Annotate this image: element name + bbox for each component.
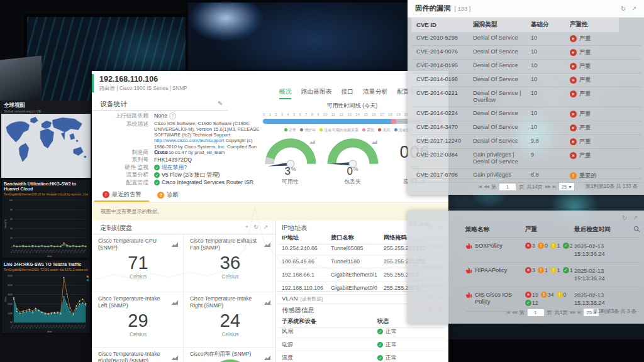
edit-icon[interactable] <box>218 100 223 107</box>
dial-card: Cisco Temperature-Intake Right (SNMP)24C… <box>184 292 275 348</box>
alert-tab-bar: 最近的告警 诊断 <box>92 188 448 202</box>
add-icon[interactable] <box>245 224 248 230</box>
ip-table-title: IP地址表 <box>282 224 308 233</box>
vulnerability-row[interactable]: CVE-2014-0195Denial Of Service10严重 <box>411 60 641 74</box>
critical-icon <box>570 77 577 84</box>
severity-count: 0 <box>557 292 567 298</box>
world-map-svg <box>1 114 91 175</box>
minor-icon <box>557 292 563 298</box>
popout-icon[interactable] <box>633 214 638 221</box>
sensor-row: 温度正常 <box>278 351 445 362</box>
tab-recent-alerts[interactable]: 最近的告警 <box>94 188 149 202</box>
page-size-select[interactable]: 25 <box>558 182 575 191</box>
device-tab[interactable]: 概况 <box>279 88 292 99</box>
popout-icon[interactable] <box>264 224 269 230</box>
device-tab[interactable]: 路由器图表 <box>301 88 331 99</box>
techsupport-link[interactable]: http://www.cisco.com/techsupport <box>154 138 224 143</box>
page-number-input[interactable]: 1 <box>499 183 516 191</box>
mini-chart-icon[interactable] <box>264 296 270 307</box>
previous-page-icon[interactable] <box>511 310 516 315</box>
last-page-icon[interactable] <box>578 310 581 315</box>
field-label: 上行链路依赖 <box>97 112 154 120</box>
refresh-icon[interactable] <box>621 5 626 12</box>
thumbs-down-icon <box>465 267 472 283</box>
device-tab[interactable]: 接口 <box>341 88 353 99</box>
dial-gauge-arc <box>190 359 270 362</box>
svg-text:Kbps: Kbps <box>4 297 7 302</box>
field-label: 硬件 监视 <box>97 164 154 172</box>
vulnerability-row[interactable]: CVE-2014-0198Denial Of Service10严重 <box>411 74 641 87</box>
packet-loss-gauge: 0% 包丢失 <box>321 134 384 189</box>
gauge-arc <box>264 138 317 169</box>
expand-icon[interactable] <box>372 135 377 146</box>
refresh-icon[interactable] <box>253 224 258 230</box>
svg-text:400K: 400K <box>8 284 13 287</box>
mini-chart-icon[interactable] <box>172 351 178 362</box>
ok-icon <box>563 267 569 273</box>
first-page-icon[interactable] <box>506 310 509 315</box>
critical-icon <box>570 152 577 159</box>
field-label: 系统描述 <box>97 121 154 128</box>
vulnerability-row[interactable]: CVE-2012-0384Gain privileges | Denial Of… <box>411 149 641 169</box>
custom-dials-grid: Cisco Temperature-CPU (SNMP)71CelsiusCis… <box>92 234 275 362</box>
field-uplink: 上行链路依赖 None <box>97 112 262 120</box>
sensors-rows: 风扇正常电源正常温度正常电压正常 <box>278 325 445 362</box>
field-value: Cisco <box>154 149 260 155</box>
svg-text:100: 100 <box>9 199 13 202</box>
live-traffic-chart: 0K100K200K300K400K500K00:0001:0002:0003:… <box>4 272 89 333</box>
device-title-box: 192.168.110.106 路由器 | Cisco 1900 IS Seri… <box>92 74 187 92</box>
timeline-tick: 13 <box>347 112 352 116</box>
timeline-tick: 5 <box>293 112 295 116</box>
first-page-icon[interactable] <box>478 184 481 189</box>
vulnerability-row[interactable]: CVE-2017-12240Denial Of Service9.8严重 <box>411 135 641 149</box>
next-page-icon[interactable] <box>545 184 550 189</box>
critical-icon <box>570 124 577 131</box>
mini-chart-icon[interactable] <box>172 296 178 307</box>
refresh-icon[interactable] <box>622 214 627 221</box>
svg-text:20: 20 <box>10 237 13 239</box>
severity-count: 1 <box>538 267 548 273</box>
page-number-input[interactable]: 1 <box>527 309 545 317</box>
svg-text:200K: 200K <box>8 303 13 305</box>
major-icon <box>538 243 544 249</box>
popout-icon[interactable] <box>631 5 636 12</box>
timeline-tick: 3 <box>281 112 283 116</box>
vulnerabilities-title: 固件的漏洞 <box>415 4 450 13</box>
legend-item: 没有可用的依赖关系 <box>319 128 358 133</box>
mini-chart-icon[interactable] <box>264 238 270 250</box>
tab-diagnostics[interactable]: 诊断 <box>149 188 187 202</box>
policy-row[interactable]: SOXPolicy30122025-02-1315:13:36.24 <box>465 238 640 263</box>
next-page-icon[interactable] <box>570 310 575 315</box>
mini-chart-icon[interactable] <box>264 351 270 362</box>
dial-card: Cisco内存利用率 (SNMP) <box>184 348 275 362</box>
vulnerability-row[interactable]: CVE-2014-0224Denial Of Service10严重 <box>411 107 641 121</box>
timeline-tick: 2 <box>275 112 277 116</box>
vulnerabilities-rows: CVE-2010-5298Denial Of Service10严重CVE-20… <box>411 32 641 183</box>
svg-text:0K: 0K <box>10 322 13 324</box>
expand-icon[interactable] <box>309 135 315 146</box>
vulnerability-row[interactable]: CVE-2010-5298Denial Of Service10严重 <box>411 32 641 46</box>
vulnerabilities-pagination: 第1页共14页25第1到第10条 共 133 条 <box>411 178 641 193</box>
vulnerability-row[interactable]: CVE-2014-3470Denial Of Service10严重 <box>411 121 641 135</box>
previous-page-icon[interactable] <box>484 184 489 189</box>
vulnerability-row[interactable]: CVE-2014-0221Denial Of Service | Overflo… <box>411 87 641 107</box>
sensors-title: 传感器信息 <box>282 306 314 315</box>
timeline-tick: 6 <box>299 112 301 116</box>
divider <box>92 110 228 111</box>
pagination-range-label: 第1到第3条 共 3 条 <box>592 308 636 315</box>
field-config: 配置管理 Cisco Integrated Services Router IS… <box>97 179 262 187</box>
policies-table-header: 策略名称 严重 最后检查时间 <box>465 226 640 238</box>
last-page-icon[interactable] <box>553 184 556 189</box>
field-label: 制造商 <box>97 149 154 156</box>
device-tab[interactable]: 流量分析 <box>363 88 387 99</box>
policy-row[interactable]: HIPAAPolicy31112025-02-1315:13:36.24 <box>465 263 640 287</box>
mini-chart-icon[interactable] <box>172 238 178 250</box>
svg-text:时间: 时间 <box>48 331 53 333</box>
check-icon <box>377 342 383 348</box>
help-icon[interactable] <box>169 112 176 119</box>
check-icon <box>154 180 160 185</box>
vulnerability-row[interactable]: CVE-2014-0076Denial Of Service10严重 <box>411 46 641 60</box>
critical-icon <box>570 35 577 42</box>
disable-now-link[interactable]: 现在禁用? <box>162 164 187 172</box>
search-icon[interactable] <box>633 226 640 234</box>
